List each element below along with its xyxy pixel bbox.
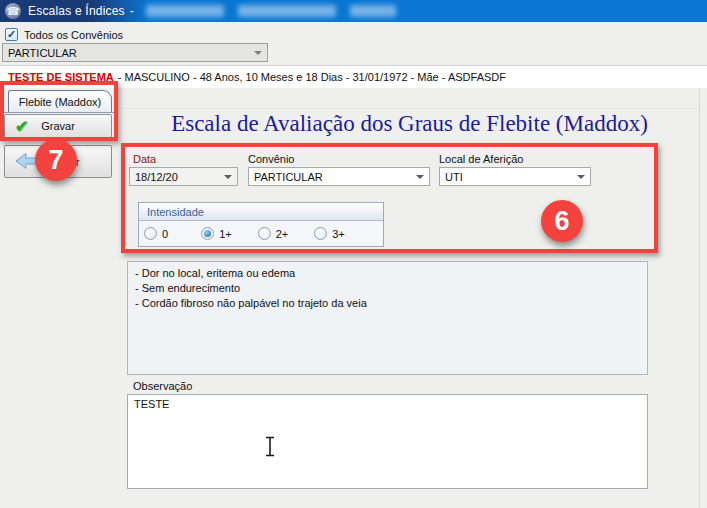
intensity-options: 0 1+ 2+ 3+ (139, 221, 383, 246)
save-button[interactable]: ✔ Gravar (4, 114, 112, 138)
chevron-down-icon (416, 175, 424, 179)
grade-description-box: - Dor no local, eritema ou edema - Sem e… (127, 261, 648, 375)
tab-flebite-maddox[interactable]: Flebite (Maddox) (8, 90, 112, 113)
panel-divider (699, 88, 700, 508)
chevron-down-icon (224, 175, 232, 179)
redacted-text (146, 5, 224, 17)
phone-icon: ☎ (5, 3, 21, 19)
intensity-label: Intensidade (147, 206, 204, 218)
patient-name: TESTE DE SISTEMA (8, 71, 114, 83)
checkmark-icon: ✓ (7, 28, 16, 40)
description-line: - Cordão fibroso não palpável no trajeto… (135, 296, 640, 311)
date-label: Data (133, 153, 156, 165)
location-value: UTI (445, 171, 463, 183)
redacted-text (350, 5, 396, 17)
radio-icon[interactable] (314, 227, 327, 240)
description-line: - Dor no local, eritema ou edema (135, 266, 640, 281)
radio-intensity-3plus[interactable]: 3+ (314, 227, 345, 240)
radio-label: 3+ (332, 228, 345, 240)
window-titlebar: ☎ Escalas e Índices - (0, 0, 707, 22)
patient-details: - MASCULINO - 48 Anos, 10 Meses e 18 Dia… (118, 71, 506, 83)
insurance-filter-value: PARTICULAR (8, 47, 77, 59)
radio-label: 2+ (276, 228, 289, 240)
patient-info-bar: TESTE DE SISTEMA - MASCULINO - 48 Anos, … (0, 65, 707, 88)
radio-intensity-0[interactable]: 0 (144, 227, 168, 240)
annotation-badge-7: 7 (35, 139, 77, 181)
redacted-text (238, 5, 336, 17)
annotation-badge-6: 6 (541, 200, 583, 242)
intensity-header: Intensidade (139, 203, 383, 221)
location-dropdown[interactable]: UTI (439, 167, 591, 186)
description-line: - Sem endurecimento (135, 281, 640, 296)
text-cursor-icon (264, 436, 276, 459)
check-icon: ✔ (15, 117, 28, 136)
radio-selected-icon[interactable] (201, 227, 214, 240)
insurance-value: PARTICULAR (254, 171, 323, 183)
chevron-down-icon (254, 51, 262, 55)
insurance-filter-dropdown[interactable]: PARTICULAR (2, 43, 268, 62)
intensity-groupbox: Intensidade 0 1+ 2+ 3+ (138, 202, 384, 247)
radio-icon[interactable] (144, 227, 157, 240)
escalas-e-indices-window: ☎ Escalas e Índices - ✓ Todos os Convêni… (0, 0, 707, 508)
tab-label: Flebite (Maddox) (19, 96, 102, 108)
title-separator: - (130, 4, 134, 18)
insurance-label: Convênio (248, 153, 294, 165)
save-button-label: Gravar (41, 120, 75, 132)
radio-intensity-1plus[interactable]: 1+ (201, 227, 232, 240)
panel-divider (120, 108, 699, 109)
page-title: Escala de Avaliação dos Graus de Flebite… (120, 111, 699, 137)
chevron-down-icon (577, 175, 585, 179)
tab-strip-divider (0, 112, 118, 113)
radio-label: 1+ (219, 228, 232, 240)
date-value: 18/12/20 (135, 171, 178, 183)
insurance-dropdown[interactable]: PARTICULAR (248, 167, 430, 186)
radio-icon[interactable] (258, 227, 271, 240)
observation-textarea[interactable]: TESTE (127, 394, 648, 489)
window-title: Escalas e Índices (28, 4, 125, 18)
date-dropdown[interactable]: 18/12/20 (129, 167, 238, 186)
all-insurances-label: Todos os Convênios (24, 29, 123, 41)
observation-label: Observação (133, 380, 192, 392)
radio-intensity-2plus[interactable]: 2+ (258, 227, 289, 240)
location-label: Local de Aferição (439, 153, 523, 165)
all-insurances-checkbox[interactable]: ✓ (5, 28, 18, 41)
radio-label: 0 (162, 228, 168, 240)
